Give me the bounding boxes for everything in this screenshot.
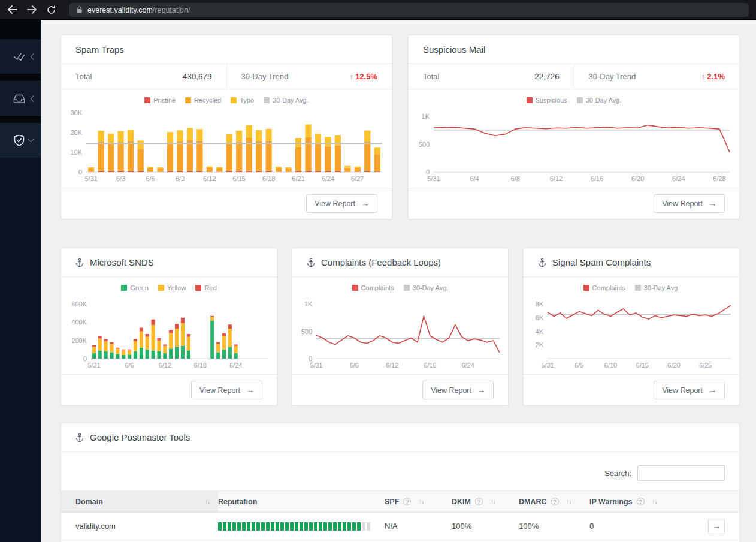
svg-text:600K: 600K	[71, 300, 87, 308]
stats-row: Total 22,726 30-Day Trend ↑2.1%	[409, 64, 739, 89]
svg-text:6/3: 6/3	[116, 175, 125, 182]
column-header-domain[interactable]: Domain ↑↓	[61, 491, 218, 512]
url-bar[interactable]: everest.validity.com/reputation/	[69, 3, 749, 17]
column-header-reputation: Reputation	[218, 491, 385, 512]
arrow-right-icon: →	[709, 199, 716, 208]
reputation-segment	[357, 522, 361, 531]
microsoft-snds-card: Microsoft SNDS GreenYellowRed 0200K400K6…	[61, 248, 277, 406]
chart-legend: PristineRecycledTypo30-Day Avg.	[61, 89, 392, 105]
card-header: Spam Traps	[61, 35, 392, 64]
view-report-button[interactable]: View Report→	[654, 194, 725, 213]
anchor-icon	[307, 258, 315, 267]
svg-text:6/16: 6/16	[591, 175, 603, 182]
svg-text:6/18: 6/18	[194, 362, 207, 369]
legend-label: Pristine	[153, 97, 176, 104]
reputation-segment	[271, 522, 274, 531]
svg-text:5/31: 5/31	[310, 362, 322, 369]
reputation-segment	[247, 522, 250, 531]
lock-icon	[76, 6, 83, 14]
svg-text:6/12: 6/12	[159, 362, 171, 369]
column-header-spf[interactable]: SPF ? ↑↓	[385, 491, 452, 512]
view-report-button[interactable]: View Report→	[422, 381, 494, 399]
svg-text:6/9: 6/9	[176, 175, 185, 182]
column-header-dmarc[interactable]: DMARC ? ↑↓	[519, 491, 589, 512]
reputation-segment	[338, 522, 341, 531]
svg-text:6/12: 6/12	[550, 175, 563, 182]
chart-canvas: 05001K5/316/66/126/186/24	[294, 295, 503, 369]
app-shell: Spam Traps Total 430,679 30-Day Trend ↑1…	[0, 20, 756, 542]
trend-stat: 30-Day Trend ↑2.1%	[574, 64, 740, 89]
top-card-row: Spam Traps Total 430,679 30-Day Trend ↑1…	[61, 35, 740, 219]
legend-swatch	[158, 285, 164, 291]
reputation-segment	[232, 522, 236, 531]
trend-label: 30-Day Trend	[241, 72, 289, 81]
card-footer: View Report→	[61, 188, 392, 219]
column-header-ip-warnings[interactable]: IP Warnings ? ↑↓	[589, 491, 707, 512]
column-header-dkim[interactable]: DKIM ? ↑↓	[452, 491, 519, 512]
legend-item: Complaints	[583, 284, 625, 291]
total-stat: Total 22,726	[409, 64, 574, 89]
row-detail-button[interactable]: →	[708, 519, 725, 534]
back-button[interactable]	[7, 5, 17, 14]
help-icon[interactable]: ?	[475, 498, 483, 505]
legend-item: Suspicious	[527, 97, 567, 104]
legend-item: Green	[121, 284, 149, 291]
svg-text:6/24: 6/24	[672, 175, 685, 182]
card-title: Complaints (Feedback Loops)	[321, 257, 441, 267]
legend-label: Complaints	[592, 284, 625, 291]
refresh-button[interactable]	[47, 5, 56, 14]
sidebar-item-validation[interactable]	[0, 39, 41, 74]
legend-label: 30-Day Avg.	[273, 97, 309, 104]
total-label: Total	[75, 72, 92, 81]
complaints-chart: 05001K5/316/66/126/186/24	[294, 295, 503, 369]
reputation-segment	[256, 522, 260, 531]
reputation-segment	[314, 522, 317, 531]
view-report-button[interactable]: View Report→	[654, 381, 725, 399]
chart-canvas: 05001K5/316/46/86/126/166/206/246/28	[411, 107, 733, 183]
sidebar	[0, 20, 41, 542]
legend-label: Complaints	[361, 284, 394, 291]
snds-chart: 0200K400K600K5/316/66/126/186/24	[62, 295, 272, 369]
svg-text:6/24: 6/24	[461, 362, 474, 369]
forward-button[interactable]	[27, 5, 37, 14]
view-report-button[interactable]: View Report→	[191, 381, 262, 399]
svg-text:6/27: 6/27	[351, 175, 364, 182]
svg-text:6/28: 6/28	[713, 175, 725, 182]
svg-text:5/31: 5/31	[541, 362, 554, 369]
legend-label: 30-Day Avg.	[586, 97, 622, 104]
help-icon[interactable]: ?	[551, 498, 559, 505]
sort-icon: ↑↓	[567, 498, 571, 505]
arrow-right-icon: →	[709, 386, 716, 395]
anchor-icon	[75, 433, 84, 442]
card-title: Suspicious Mail	[423, 44, 485, 55]
legend-swatch	[231, 97, 237, 103]
card-footer: View Report→	[292, 374, 508, 405]
reputation-segment	[242, 522, 246, 531]
svg-text:2K: 2K	[536, 341, 544, 348]
sidebar-item-reputation[interactable]	[0, 123, 41, 158]
card-title: Signal Spam Complaints	[552, 257, 651, 267]
legend-label: Green	[130, 284, 149, 291]
legend-swatch	[121, 285, 127, 291]
search-input[interactable]	[637, 465, 725, 481]
svg-text:5/31: 5/31	[427, 175, 440, 182]
svg-text:0: 0	[78, 168, 82, 176]
legend-item: 30-Day Avg.	[264, 97, 309, 104]
svg-text:500: 500	[419, 141, 430, 148]
reputation-segment	[295, 522, 298, 531]
svg-text:6/25: 6/25	[699, 362, 712, 369]
legend-swatch	[352, 285, 358, 291]
double-check-icon	[13, 51, 25, 62]
svg-text:1K: 1K	[304, 300, 313, 308]
legend-swatch	[195, 285, 201, 291]
svg-text:6/15: 6/15	[636, 362, 649, 369]
view-report-button[interactable]: View Report→	[306, 194, 377, 213]
sidebar-item-inbox[interactable]	[0, 81, 41, 116]
url-text: everest.validity.com/reputation/	[87, 4, 190, 15]
table-header: Domain ↑↓ Reputation SPF ? ↑↓ DKIM ? ↑↓	[61, 490, 739, 513]
help-icon[interactable]: ?	[403, 498, 411, 505]
card-title: Spam Traps	[75, 44, 124, 55]
reputation-segment	[252, 522, 255, 531]
svg-text:200K: 200K	[71, 337, 87, 344]
help-icon[interactable]: ?	[637, 498, 645, 505]
